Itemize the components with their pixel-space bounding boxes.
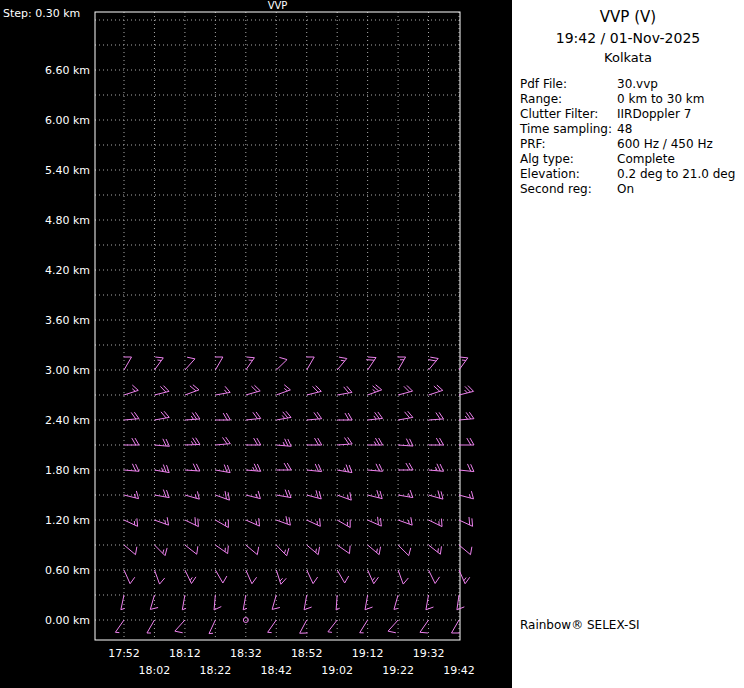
- barb-staff: [307, 357, 315, 370]
- barb-staff: [398, 445, 413, 446]
- barb-tick-full: [166, 490, 169, 498]
- barb-staff: [154, 391, 169, 395]
- barb-tick-full: [366, 360, 374, 361]
- y-tick-label: 2.40 km: [45, 414, 90, 427]
- barb-tick-full: [257, 547, 258, 555]
- barb-staff: [368, 520, 382, 526]
- barb-tick-half: [465, 390, 468, 393]
- barb-tick-half: [282, 415, 285, 418]
- barb-tick-full: [318, 464, 321, 471]
- barb-staff: [457, 595, 459, 610]
- wind-barb: [185, 491, 199, 499]
- barb-tick-full: [228, 546, 229, 554]
- barb-staff: [185, 520, 198, 527]
- info-row-elevation: Elevation: 0.2 deg to 21.0 deg: [520, 167, 744, 182]
- barb-staff: [398, 520, 412, 525]
- barb-staff: [185, 570, 192, 583]
- brand-footer: Rainbow® SELEX-SI: [520, 618, 640, 632]
- wind-barb: [368, 517, 382, 526]
- panel-title: VVP (V): [512, 8, 744, 26]
- barb-tick-full: [346, 465, 349, 473]
- info-value: 0.2 deg to 21.0 deg: [617, 167, 735, 182]
- barb-staff: [215, 495, 229, 500]
- wind-barb: [398, 357, 406, 370]
- barb-tick-full: [259, 518, 260, 526]
- y-tick-label: 1.20 km: [45, 514, 90, 527]
- barb-tick-full: [132, 464, 135, 471]
- barb-staff: [337, 444, 352, 445]
- wind-barb: [185, 545, 198, 554]
- barb-staff: [398, 417, 413, 420]
- barb-staff: [368, 470, 383, 471]
- wind-barb: [246, 464, 261, 472]
- wind-barb: [428, 357, 438, 370]
- x-tick-label: 19:02: [321, 664, 353, 677]
- wind-barb: [185, 438, 200, 445]
- barb-tick-full: [135, 547, 136, 555]
- barb-tick-half: [373, 389, 376, 392]
- info-row-second-reg: Second reg: On: [520, 182, 744, 197]
- barb-staff: [215, 545, 227, 554]
- barb-tick-full: [471, 464, 474, 471]
- barb-tick-full: [136, 464, 139, 471]
- wind-barb: [154, 465, 169, 473]
- barb-tick-full: [339, 357, 347, 358]
- barb-tick-full: [285, 490, 288, 498]
- barb-tick-full: [304, 607, 312, 610]
- barb-staff: [328, 620, 337, 632]
- barb-staff: [124, 570, 130, 584]
- barb-staff: [121, 595, 124, 610]
- wind-barb: [307, 545, 320, 555]
- barb-staff: [307, 570, 313, 584]
- x-tick-label: 19:42: [443, 664, 475, 677]
- y-tick-label: 1.80 km: [45, 464, 90, 477]
- wind-barb: [429, 464, 444, 472]
- y-tick-label: 5.40 km: [45, 164, 90, 177]
- barb-staff: [246, 520, 260, 526]
- wind-barb: [246, 438, 261, 445]
- barb-tick-full: [379, 547, 380, 555]
- wind-barb: [124, 464, 139, 472]
- wind-barb: [300, 620, 308, 633]
- barb-tick-full: [130, 577, 135, 583]
- barb-tick-full: [195, 517, 196, 525]
- wind-barb: [398, 545, 411, 556]
- wind-barb: [368, 385, 382, 395]
- barb-staff: [337, 495, 351, 500]
- wind-barb: [185, 412, 200, 420]
- barb-tick-full: [428, 360, 436, 361]
- barb-tick-full: [316, 490, 318, 498]
- barb-tick-full: [166, 465, 169, 473]
- barb-tick-full: [163, 490, 166, 498]
- barb-tick-half: [190, 577, 192, 580]
- barb-tick-full: [467, 464, 470, 471]
- wind-barb: [276, 570, 286, 584]
- wind-barb: [215, 520, 228, 528]
- wind-barb: [147, 620, 155, 633]
- x-tick-label: 19:12: [352, 647, 384, 660]
- info-label: Elevation:: [520, 167, 617, 182]
- wind-barb: [337, 465, 352, 473]
- wind-barb: [185, 517, 198, 526]
- barb-tick-full: [279, 357, 287, 359]
- barb-tick-full: [438, 490, 440, 498]
- wind-barb: [337, 437, 352, 445]
- wind-barb: [429, 412, 444, 420]
- wind-barb: [307, 518, 321, 526]
- wind-barb: [215, 413, 230, 420]
- barb-staff: [246, 545, 257, 555]
- wind-barb: [246, 545, 259, 555]
- barb-staff: [398, 391, 412, 395]
- wind-barb: [368, 570, 379, 584]
- barb-tick-full: [470, 547, 471, 555]
- barb-staff: [154, 358, 163, 370]
- wind-barb: [368, 438, 383, 445]
- wind-barb: [209, 620, 215, 634]
- barb-tick-full: [406, 439, 410, 446]
- wind-barb: [154, 357, 163, 370]
- wind-barb: [336, 595, 340, 610]
- barb-tick-full: [224, 465, 227, 473]
- barb-tick-full: [285, 439, 288, 446]
- barb-tick-half: [348, 495, 349, 499]
- barb-tick-half: [191, 441, 193, 444]
